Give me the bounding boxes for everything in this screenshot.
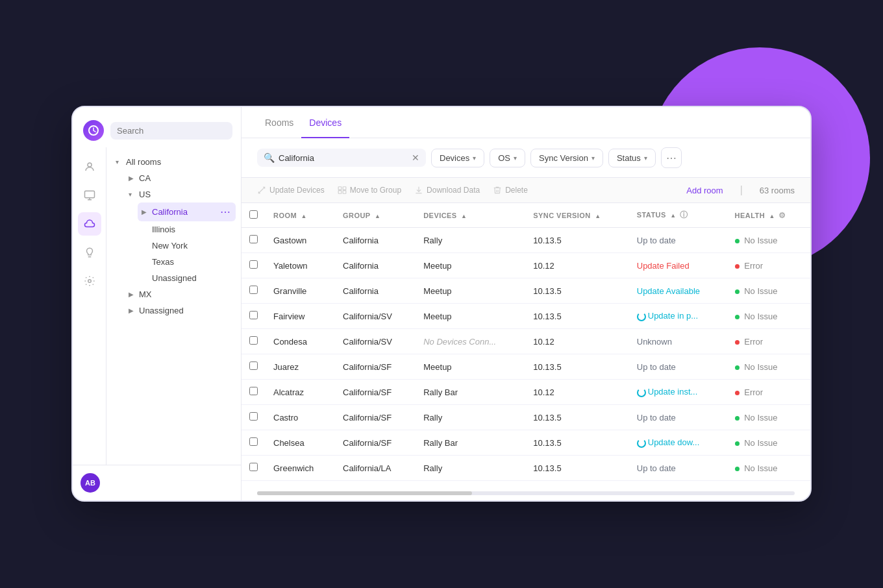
os-filter-button[interactable]: OS ▾: [490, 149, 525, 167]
nav-icon-rail: [73, 147, 106, 465]
scrollbar-thumb[interactable]: [257, 491, 472, 495]
status-col: Update Available: [629, 278, 727, 304]
more-options-button[interactable]: ⋯: [661, 147, 682, 168]
header-group[interactable]: GROUP ▲: [335, 203, 416, 228]
move-to-group-button[interactable]: Move to Group: [338, 186, 401, 195]
room-name-cell: Chelsea: [266, 430, 335, 456]
health-col: No Issue: [727, 405, 810, 430]
health-dot-1: [735, 264, 740, 269]
cloud-nav-icon[interactable]: [78, 212, 101, 236]
sidebar-item-texas[interactable]: Texas: [138, 254, 236, 270]
sidebar-item-illinois[interactable]: Illinois: [138, 221, 236, 238]
user-avatar[interactable]: AB: [81, 473, 100, 493]
room-search-input[interactable]: [279, 153, 408, 163]
header-devices[interactable]: DEVICES ▲: [416, 203, 525, 228]
row-checkbox-col: [242, 380, 266, 405]
update-devices-label: Update Devices: [269, 186, 325, 195]
header-health[interactable]: HEALTH ▲ ⚙: [727, 203, 810, 228]
unassigned-us-label: Unassigned: [152, 273, 232, 283]
global-search-input[interactable]: [110, 122, 232, 140]
sidebar-item-california[interactable]: ▶ California ⋯: [138, 202, 236, 221]
sidebar-item-us[interactable]: ▾ US: [125, 186, 236, 202]
health-text-6: Error: [744, 387, 763, 397]
health-col: No Issue: [727, 456, 810, 481]
table-row: Granville California Meetup 10.13.5 Upda…: [242, 278, 810, 304]
table-row: Castro California/SF Rally 10.13.5 Up to…: [242, 405, 810, 430]
california-label: California: [152, 207, 216, 217]
sidebar-item-ca[interactable]: ▶ CA: [125, 170, 236, 186]
row-checkbox-6[interactable]: [249, 387, 258, 395]
status-sort-icon: ▲: [670, 212, 676, 219]
display-nav-icon[interactable]: [78, 184, 101, 207]
tab-rooms[interactable]: Rooms: [257, 107, 301, 138]
sync-version-filter-button[interactable]: Sync Version ▾: [530, 149, 603, 167]
rooms-table: ROOM ▲ GROUP ▲ DEVICES ▲ SYNC VERSION ▲ …: [242, 203, 810, 486]
row-checkbox-1[interactable]: [249, 260, 258, 269]
sidebar-item-unassigned[interactable]: ▶ Unassigned: [125, 302, 236, 319]
tab-devices[interactable]: Devices: [301, 107, 349, 138]
header-status[interactable]: STATUS ▲ ⓘ: [629, 203, 727, 228]
room-name-cell: Condesa: [266, 329, 335, 354]
group-cell: California: [335, 278, 416, 304]
devices-col: Rally: [416, 405, 525, 430]
row-checkbox-7[interactable]: [249, 412, 258, 421]
sidebar-item-newyork[interactable]: New York: [138, 238, 236, 254]
health-col: No Issue: [727, 278, 810, 304]
sync-version-filter-chevron: ▾: [591, 154, 595, 162]
rooms-table-container[interactable]: ROOM ▲ GROUP ▲ DEVICES ▲ SYNC VERSION ▲ …: [242, 203, 810, 486]
add-room-link[interactable]: Add room: [686, 186, 723, 195]
unassigned-arrow: ▶: [129, 307, 136, 314]
download-data-label: Download Data: [427, 186, 480, 195]
delete-button[interactable]: Delete: [493, 186, 528, 195]
actions-bar: Update Devices Move to Group Download Da…: [242, 178, 810, 203]
row-checkbox-2[interactable]: [249, 286, 258, 294]
users-nav-icon[interactable]: [78, 155, 101, 178]
header-sync-version[interactable]: SYNC VERSION ▲: [525, 203, 628, 228]
download-data-button[interactable]: Download Data: [414, 186, 480, 195]
row-checkbox-col: [242, 278, 266, 304]
sync-version-filter-label: Sync Version: [539, 153, 588, 163]
select-all-checkbox[interactable]: [249, 210, 258, 219]
row-checkbox-9[interactable]: [249, 463, 258, 471]
svg-rect-7: [343, 191, 346, 194]
california-options-icon[interactable]: ⋯: [219, 206, 232, 218]
row-checkbox-0[interactable]: [249, 235, 258, 243]
health-text-7: No Issue: [744, 413, 777, 423]
group-cell: California/SF: [335, 405, 416, 430]
all-rooms-item[interactable]: ▾ All rooms: [112, 154, 236, 170]
us-label: US: [139, 190, 232, 199]
sync-version-cell: 10.13.5: [525, 456, 628, 481]
settings-nav-icon[interactable]: [78, 269, 101, 293]
sync-version-cell: 10.12: [525, 253, 628, 278]
tree-root-children: ▶ CA ▾ US ▶ California ⋯: [112, 170, 236, 319]
room-name-cell: Castro: [266, 405, 335, 430]
status-filter-button[interactable]: Status ▾: [608, 149, 656, 167]
search-clear-button[interactable]: ✕: [412, 153, 419, 163]
row-checkbox-col: [242, 228, 266, 253]
devices-cell: No Devices Conn...: [423, 337, 496, 347]
row-checkbox-3[interactable]: [249, 311, 258, 319]
devices-filter-button[interactable]: Devices ▾: [431, 149, 484, 167]
room-name-cell: Greenwich: [266, 456, 335, 481]
horizontal-scrollbar[interactable]: [257, 491, 795, 495]
row-checkbox-4[interactable]: [249, 336, 258, 345]
row-checkbox-5[interactable]: [249, 361, 258, 370]
health-dot-6: [735, 391, 740, 395]
ca-label: CA: [139, 173, 232, 183]
bulb-nav-icon[interactable]: [78, 241, 101, 264]
sidebar-item-mx[interactable]: ▶ MX: [125, 286, 236, 302]
group-cell: California/LA: [335, 456, 416, 481]
table-row: Gastown California Rally 10.13.5 Up to d…: [242, 228, 810, 253]
table-row: Greenwich California/LA Rally 10.13.5 Up…: [242, 456, 810, 481]
header-room[interactable]: ROOM ▲: [266, 203, 335, 228]
sync-version-cell: 10.13.5: [525, 304, 628, 329]
sidebar: ▾ All rooms ▶ CA ▾ US: [73, 107, 242, 500]
sidebar-bottom: AB: [73, 465, 241, 500]
row-checkbox-8[interactable]: [249, 437, 258, 446]
sidebar-item-unassigned-us[interactable]: Unassigned: [138, 270, 236, 286]
table-row: Chelsea California/SF Rally Bar 10.13.5 …: [242, 430, 810, 456]
loading-icon: [637, 312, 646, 321]
sync-version-cell: 10.12: [525, 380, 628, 405]
devices-cell: Rally Bar: [423, 438, 458, 448]
update-devices-button[interactable]: Update Devices: [257, 186, 325, 195]
